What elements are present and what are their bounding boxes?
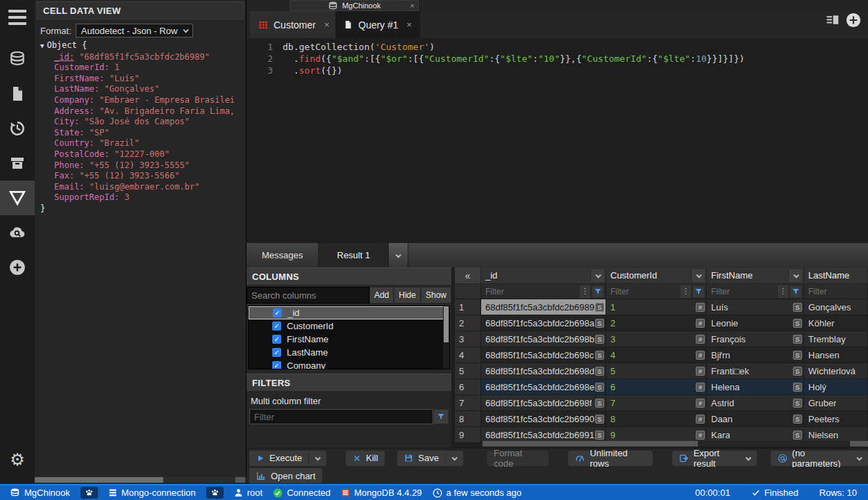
rail-item-menu[interactable]: [0, 0, 35, 35]
left-panel-hscrollbar[interactable]: [35, 477, 247, 483]
checkbox-checked-icon[interactable]: ✓: [272, 348, 281, 357]
cell-CustomerId[interactable]: 3#: [606, 331, 707, 347]
close-icon[interactable]: ×: [410, 1, 415, 10]
grid-hscrollbar[interactable]: [481, 441, 868, 447]
rail-item-script[interactable]: [0, 76, 35, 111]
column-item-CustomerId[interactable]: ✓CustomerId: [249, 319, 449, 333]
tab-customer[interactable]: Customer ×: [250, 11, 337, 38]
column-item-_id[interactable]: ✓_id: [249, 306, 449, 319]
cell-CustomerId[interactable]: 7#: [606, 395, 707, 411]
connection-window-tab[interactable]: MgChinook ×: [290, 0, 419, 11]
chevron-down-icon[interactable]: [745, 455, 751, 460]
row-number[interactable]: 9: [455, 427, 481, 443]
filter-funnel-button[interactable]: [592, 285, 604, 298]
row-number[interactable]: 2: [455, 315, 481, 331]
row-number[interactable]: 3: [455, 331, 481, 347]
cell-LastName[interactable]: Gonçalves: [804, 299, 868, 315]
rail-item-cloud-search[interactable]: [0, 215, 35, 250]
add-tab-icon[interactable]: [846, 12, 861, 28]
column-filter-LastName[interactable]: Filter: [804, 284, 868, 299]
execute-button[interactable]: Execute: [249, 451, 326, 466]
search-columns-input[interactable]: Search columns: [247, 287, 369, 303]
cell-FirstName[interactable]: LuísS: [707, 299, 804, 315]
collapse-toggle[interactable]: ▼: [40, 42, 44, 49]
column-header-LastName[interactable]: LastName: [804, 267, 868, 284]
checkbox-checked-icon[interactable]: ✓: [272, 361, 281, 369]
column-header-_id[interactable]: _id: [481, 267, 606, 284]
paw-button[interactable]: [206, 487, 224, 499]
column-dropdown[interactable]: [691, 269, 705, 282]
cell-_id[interactable]: 68df85f1fc5a3cbfdc2b698eS: [481, 379, 606, 395]
scrollbar-end[interactable]: [850, 441, 868, 447]
rail-item-connections[interactable]: [0, 42, 35, 76]
format-dropdown[interactable]: Autodetect - Json - Row: [76, 24, 193, 38]
cell-_id[interactable]: 68df85f1fc5a3cbfdc2b698dS: [481, 363, 606, 379]
chevron-down-icon[interactable]: [857, 455, 862, 460]
cell-FirstName[interactable]: AstridS: [707, 395, 804, 411]
scrollbar-thumb[interactable]: [35, 477, 163, 483]
cell-CustomerId[interactable]: 4#: [606, 347, 707, 363]
row-number[interactable]: 7: [455, 395, 481, 411]
column-item-Company[interactable]: ✓Company: [249, 359, 449, 369]
cell-_id[interactable]: 68df85f1fc5a3cbfdc2b6990S: [481, 411, 606, 427]
kebab-menu-icon[interactable]: ⋮: [580, 285, 590, 298]
checkbox-checked-icon[interactable]: ✓: [272, 322, 281, 331]
cell-CustomerId[interactable]: 1#: [606, 299, 707, 315]
filter-funnel-button[interactable]: [692, 285, 705, 298]
row-number[interactable]: 8: [455, 411, 481, 427]
paw-button[interactable]: [81, 487, 98, 499]
cell-_id[interactable]: 68df85f1fc5a3cbfdc2b698fS: [481, 395, 606, 411]
collapse-columns-button[interactable]: «: [455, 267, 481, 284]
chevron-down-icon[interactable]: [315, 455, 320, 460]
results-dropdown[interactable]: [389, 243, 408, 267]
export-result-button[interactable]: Export result: [672, 451, 757, 466]
hide-column-button[interactable]: Hide: [394, 287, 421, 303]
rail-item-settings[interactable]: ⚙: [0, 442, 35, 477]
filter-funnel-button[interactable]: [433, 409, 449, 424]
kebab-menu-icon[interactable]: ⋮: [778, 285, 788, 298]
cell-_id[interactable]: 68df85f1fc5a3cbfdc2b6989S: [481, 299, 606, 315]
save-button[interactable]: Save: [397, 451, 463, 466]
row-number[interactable]: 5: [455, 363, 481, 379]
chevron-down-icon[interactable]: [451, 455, 457, 460]
column-dropdown[interactable]: [590, 269, 604, 282]
kebab-menu-icon[interactable]: ⋮: [681, 285, 691, 298]
scrollbar-end[interactable]: [235, 477, 245, 483]
cell-CustomerId[interactable]: 2#: [606, 315, 707, 331]
show-column-button[interactable]: Show: [421, 287, 451, 303]
cell-FirstName[interactable]: HelenaS: [707, 379, 804, 395]
rail-item-archive[interactable]: [0, 146, 35, 181]
tab-result-1[interactable]: Result 1: [318, 243, 389, 267]
column-item-LastName[interactable]: ✓LastName: [249, 346, 449, 359]
cell-CustomerId[interactable]: 5#: [606, 363, 707, 379]
cell-FirstName[interactable]: FrançoisS: [707, 331, 804, 347]
query-editor[interactable]: 123 db.getCollection('Customer') .find({…: [247, 38, 868, 243]
cell-LastName[interactable]: Hansen: [804, 347, 868, 363]
scrollbar-thumb[interactable]: [444, 306, 449, 342]
rail-item-history[interactable]: [0, 111, 35, 146]
cell-LastName[interactable]: Tremblay: [804, 331, 868, 347]
column-filter-CustomerId[interactable]: Filter⋮: [606, 284, 707, 299]
cell-FirstName[interactable]: BjřrnS: [707, 347, 804, 363]
row-number[interactable]: 6: [455, 379, 481, 395]
status-mongo-connection[interactable]: Mongo-connection: [108, 488, 196, 498]
close-icon[interactable]: ×: [407, 19, 412, 30]
split-view-icon[interactable]: [825, 13, 840, 27]
column-header-FirstName[interactable]: FirstName: [707, 267, 804, 284]
kill-button[interactable]: Kill: [346, 451, 385, 466]
cell-FirstName[interactable]: LeonieS: [707, 315, 804, 331]
add-column-button[interactable]: Add: [369, 287, 394, 303]
cell-_id[interactable]: 68df85f1fc5a3cbfdc2b698bS: [481, 331, 606, 347]
row-number[interactable]: 1: [455, 299, 481, 315]
cell-CustomerId[interactable]: 8#: [606, 411, 707, 427]
cell-LastName[interactable]: Holý: [804, 379, 868, 395]
multi-column-filter-input[interactable]: Filter: [249, 409, 433, 424]
checkbox-checked-icon[interactable]: ✓: [273, 308, 282, 317]
cell-CustomerId[interactable]: 6#: [606, 379, 707, 395]
column-filter-_id[interactable]: Filter⋮: [481, 284, 606, 299]
scrollbar-thumb[interactable]: [483, 441, 698, 447]
tab-messages[interactable]: Messages: [247, 243, 318, 267]
cell-FirstName[interactable]: DaanS: [707, 411, 804, 427]
cell-FirstName[interactable]: Franti□ekS: [707, 363, 804, 379]
cell-_id[interactable]: 68df85f1fc5a3cbfdc2b698aS: [481, 315, 606, 331]
